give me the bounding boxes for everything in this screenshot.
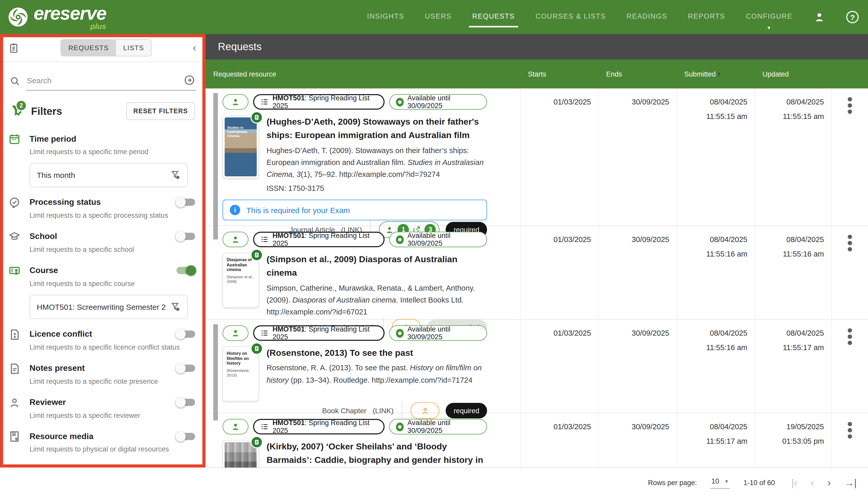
filters-icon: 2 [8, 102, 29, 120]
person-icon [230, 328, 241, 338]
brand-logo[interactable]: ereserve plus [0, 4, 106, 30]
col-submitted[interactable]: Submitted↑ [676, 70, 755, 78]
prev-page-icon[interactable]: ‹ [811, 478, 814, 487]
row-status-bar [213, 93, 218, 240]
resource-format-badge-icon [250, 249, 263, 261]
starts-cell: 01/03/2025 [520, 413, 598, 468]
requester-chip[interactable] [223, 232, 248, 247]
app-window: ereserve plus INSIGHTS USERS REQUESTS CO… [0, 0, 868, 497]
resource-thumbnail[interactable]: History on film/film on history(Rosensto… [223, 346, 259, 401]
resource-title[interactable]: (Kirkby, 2007) ‘Ocker Sheilahs’ and ‘Blo… [266, 440, 487, 468]
list-icon [260, 328, 269, 338]
col-starts[interactable]: Starts [520, 70, 598, 78]
nav-insights[interactable]: INSIGHTS [367, 7, 404, 27]
reviewer-toggle[interactable] [177, 399, 195, 406]
note-box: i This is required for your Exam [223, 200, 487, 221]
availability-dot-icon [396, 235, 404, 244]
reading-list-chip[interactable]: HMOT501: Spring Reading List 2025 [253, 325, 384, 341]
resource-title[interactable]: (Hughes-D’Aeth, 2009) Stowaways on their… [266, 115, 487, 142]
resource-title[interactable]: (Simpson et al., 2009) Diasporas of Aust… [266, 253, 487, 280]
requester-chip[interactable] [223, 325, 248, 341]
requester-chip[interactable] [223, 419, 248, 435]
citation: Simpson, Catherine., Murawska, Renata., … [266, 282, 487, 318]
search-input[interactable] [27, 76, 180, 85]
time-period-select[interactable]: This month [29, 163, 188, 187]
reading-list-chip[interactable]: HMOT501: Spring Reading List 2025 [253, 94, 384, 110]
row-menu-kebab-icon[interactable]: ⦁⦁⦁ [845, 327, 855, 425]
resource-thumbnail[interactable] [223, 440, 259, 468]
col-ends[interactable]: Ends [598, 70, 676, 78]
resource-thumbnail[interactable]: Diasporas of Australian cinema(Simpson e… [223, 253, 259, 308]
row-menu-kebab-icon[interactable]: ⦁⦁⦁ [845, 96, 855, 244]
clipboard-icon [8, 42, 20, 54]
availability-chip[interactable]: Available until 30/09/2025 [389, 325, 487, 341]
filter-time-period: Time period Limit requests to a specific… [0, 132, 206, 187]
availability-chip[interactable]: Available until 30/09/2025 [389, 419, 487, 435]
filter-licence-conflict: Licence conflict Limit requests to a spe… [0, 328, 206, 353]
tab-requests[interactable]: REQUESTS [61, 40, 116, 56]
collapse-sidebar-icon[interactable]: ‹ [193, 42, 197, 54]
list-icon [260, 235, 269, 244]
list-icon [260, 97, 269, 106]
rows-per-page-label: Rows per page: [648, 479, 697, 486]
filter-reviewer: Reviewer Limit requests to a specific re… [0, 396, 206, 421]
filter-course: Course Limit requests to a specific cour… [0, 264, 206, 319]
course-toggle[interactable] [177, 267, 195, 274]
availability-chip[interactable]: Available until 30/09/2025 [389, 232, 487, 247]
request-row: HMOT501: Spring Reading List 2025 Availa… [206, 226, 868, 320]
caret-down-icon: ▼ [725, 479, 729, 484]
caret-down-icon: ▼ [767, 25, 772, 30]
nav-requests[interactable]: REQUESTS [472, 7, 515, 27]
availability-dot-icon [396, 98, 404, 106]
search-submit-icon[interactable] [184, 74, 195, 86]
reading-list-chip[interactable]: HMOT501: Spring Reading List 2025 [253, 419, 384, 435]
requests-panel: Requests Requested resource Starts Ends … [206, 34, 868, 497]
reading-list-chip[interactable]: HMOT501: Spring Reading List 2025 [253, 232, 384, 247]
nav-users[interactable]: USERS [425, 7, 452, 27]
sort-ascending-icon: ↑ [717, 70, 721, 78]
school-toggle[interactable] [177, 233, 195, 240]
licence-conflict-toggle[interactable] [177, 330, 195, 338]
main-nav: INSIGHTS USERS REQUESTS COURSES & LISTS … [367, 7, 868, 27]
search-icon [9, 75, 21, 87]
first-page-icon[interactable]: |‹ [791, 478, 797, 487]
starts-cell: 01/03/2025 [520, 88, 598, 244]
course-select[interactable]: HMOT501: Screenwriting Semester 2 [29, 295, 188, 319]
filter-school: School Limit requests to a specific scho… [0, 230, 206, 255]
filter-resource-media: Resource media Limit requests to physica… [0, 430, 206, 455]
account-icon[interactable] [813, 11, 826, 23]
next-page-icon[interactable]: › [827, 478, 831, 487]
last-page-icon[interactable]: →| [844, 478, 857, 487]
page-range: 1-10 of 60 [744, 479, 775, 486]
citation: Hughes-D’Aeth, T. (2009). Stowaways on t… [266, 144, 487, 181]
ends-cell: 30/09/2025 [598, 88, 676, 244]
updated-cell: 08/04/202511:55:15 am [755, 88, 831, 244]
resource-thumbnail[interactable]: Studies in Australasian Cinema [223, 115, 259, 179]
processing-status-toggle[interactable] [177, 199, 195, 206]
nav-courses-lists[interactable]: COURSES & LISTS [535, 7, 606, 27]
page-title: Requests [218, 41, 262, 53]
col-updated[interactable]: Updated [755, 70, 831, 78]
row-menu-kebab-icon[interactable]: ⦁⦁⦁ [845, 421, 855, 468]
pagination-bar: Rows per page: 10 ▼ 1-10 of 60 |‹ ‹ › →| [206, 468, 868, 497]
request-row: HMOT501: Spring Reading List 2025 Availa… [206, 413, 868, 468]
reset-filters-button[interactable]: RESET FILTERS [126, 102, 195, 120]
tab-lists[interactable]: LISTS [116, 40, 151, 56]
nav-readings[interactable]: READINGS [626, 7, 667, 27]
nav-reports[interactable]: REPORTS [688, 7, 725, 27]
licence-conflict-icon [8, 328, 21, 341]
rows-per-page-select[interactable]: 10 ▼ [711, 476, 730, 489]
resource-title[interactable]: (Rosenstone, 2013) To see the past [266, 346, 487, 360]
filter-settings-icon [170, 169, 181, 181]
notes-present-toggle[interactable] [177, 365, 195, 372]
filters-title: Filters [31, 105, 62, 117]
resource-media-toggle[interactable] [177, 433, 195, 440]
filters-count-badge: 2 [15, 100, 27, 111]
availability-chip[interactable]: Available until 30/09/2025 [389, 94, 487, 110]
col-requested-resource[interactable]: Requested resource [206, 70, 520, 78]
nav-configure[interactable]: CONFIGURE▼ [746, 7, 793, 27]
requester-chip[interactable] [223, 94, 248, 110]
request-rows: HMOT501: Spring Reading List 2025 Availa… [206, 88, 868, 468]
updated-cell: 19/05/202501:53:05 pm [755, 413, 831, 468]
help-icon[interactable]: ? [846, 11, 859, 23]
